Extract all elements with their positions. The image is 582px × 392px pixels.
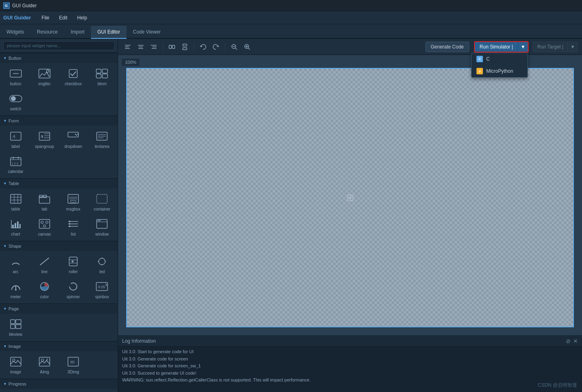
- app-title: GUI Guider: [12, 3, 37, 8]
- widget-dropdown[interactable]: dropdown: [59, 127, 87, 152]
- distribute-v-btn[interactable]: [179, 41, 190, 53]
- canvas-area: 100% ⊞: [118, 55, 582, 335]
- widget-arc[interactable]: arc: [2, 253, 30, 277]
- widget-tab[interactable]: tab: [30, 190, 58, 214]
- svg-rect-105: [183, 44, 187, 46]
- run-sim-micropython-option[interactable]: μ MicroPython: [472, 65, 527, 77]
- svg-line-111: [248, 48, 250, 50]
- zoom-out-btn[interactable]: [229, 41, 240, 53]
- log-line-3: Uit 3.0: Generate code for screen_sw_1: [122, 362, 578, 370]
- dropdown-icon: [67, 130, 80, 143]
- widget-list[interactable]: list: [59, 215, 87, 239]
- align-center-btn[interactable]: [135, 41, 146, 53]
- widget-bar[interactable]: bar: [2, 390, 30, 392]
- distribute-h-btn[interactable]: [166, 41, 178, 53]
- widget-canvas[interactable]: canvas: [30, 215, 58, 239]
- widget-roller[interactable]: ◉ roller: [59, 253, 87, 277]
- canvas-board[interactable]: ⊞: [126, 68, 574, 327]
- menu-help[interactable]: Help: [73, 13, 91, 22]
- tab-code-viewer[interactable]: Code Viewer: [127, 26, 167, 39]
- widget-led[interactable]: led: [88, 253, 116, 277]
- category-image[interactable]: ▼ Image: [0, 341, 118, 351]
- widget-btnm-label: btnm: [97, 82, 106, 86]
- run-target-dropdown[interactable]: ▼: [568, 42, 578, 52]
- run-target-button[interactable]: Run Target |: [533, 42, 568, 52]
- widget-canvas-label: canvas: [38, 232, 51, 237]
- widget-tab-label: tab: [42, 207, 47, 212]
- widget-tileview[interactable]: tileview: [2, 315, 30, 339]
- widget-aimg[interactable]: A Aimg: [30, 353, 58, 377]
- category-shape[interactable]: ▼ Shape: [0, 241, 118, 251]
- undo-btn[interactable]: [197, 41, 209, 53]
- widget-msgbox[interactable]: msgbox: [59, 190, 87, 214]
- c-lang-icon: C: [476, 56, 483, 62]
- category-table[interactable]: ▼ Table: [0, 178, 118, 188]
- run-simulator-button[interactable]: Run Simulator |: [475, 42, 518, 52]
- widget-switch[interactable]: switch: [2, 90, 30, 114]
- meter-icon: [9, 280, 22, 293]
- category-button[interactable]: ▼ Button: [0, 53, 118, 63]
- align-left-btn[interactable]: [122, 41, 133, 53]
- svg-rect-104: [172, 45, 175, 48]
- category-progress[interactable]: ▼ Progress: [0, 379, 118, 389]
- widget-label-label: label: [11, 144, 20, 149]
- widget-checkbox-label: checkbox: [65, 82, 82, 86]
- menu-edit[interactable]: Edit: [55, 13, 72, 22]
- align-right-btn[interactable]: [148, 41, 159, 53]
- menu-file[interactable]: File: [38, 13, 53, 22]
- category-page[interactable]: ▼ Page: [0, 303, 118, 314]
- zoom-in-btn[interactable]: [241, 41, 253, 53]
- widget-window[interactable]: window: [88, 215, 116, 239]
- widget-spinbox[interactable]: 3:25 spinbox: [88, 278, 116, 302]
- tab-import[interactable]: Import: [64, 26, 91, 39]
- widget-label[interactable]: A label: [2, 127, 30, 152]
- widget-spinner[interactable]: spinner: [59, 278, 87, 302]
- widget-imgbtn[interactable]: imgbtn: [30, 65, 58, 89]
- svg-text:3:25: 3:25: [98, 285, 105, 289]
- menu-logo: GUI Guider: [3, 15, 31, 21]
- category-page-label: Page: [8, 306, 19, 311]
- log-block-btn[interactable]: ⊘: [566, 338, 571, 344]
- switch-icon: [9, 92, 22, 105]
- widget-color[interactable]: color: [30, 278, 58, 302]
- widget-table-label: table: [11, 207, 20, 212]
- tab-resource[interactable]: Resource: [30, 26, 64, 39]
- widget-line[interactable]: line: [30, 253, 58, 277]
- widget-slider[interactable]: slider: [30, 390, 58, 392]
- btnm-icon: [95, 67, 108, 80]
- table-icon: [9, 192, 22, 205]
- log-panel: Log Information ⊘ ✕ Uit 3.0: Start to ge…: [118, 335, 582, 392]
- widget-button[interactable]: button: [2, 65, 30, 89]
- category-form[interactable]: ▼ Form: [0, 116, 118, 126]
- widget-spangroup[interactable]: A spangroup: [30, 127, 58, 152]
- tab-gui-editor[interactable]: GUI Editor: [91, 26, 127, 39]
- checkbox-icon: [67, 67, 80, 80]
- svg-rect-106: [183, 48, 187, 50]
- log-close-btn[interactable]: ✕: [573, 338, 578, 344]
- generate-code-button[interactable]: Generate Code: [425, 42, 469, 52]
- log-header: Log Information ⊘ ✕: [118, 336, 582, 347]
- redo-btn[interactable]: [210, 41, 222, 53]
- widget-list-label: list: [71, 232, 76, 237]
- widget-meter[interactable]: meter: [2, 278, 30, 302]
- widget-btnm[interactable]: btnm: [88, 65, 116, 89]
- run-sim-c-option[interactable]: C C: [472, 53, 527, 65]
- search-input[interactable]: [3, 41, 114, 50]
- widget-image[interactable]: image: [2, 353, 30, 377]
- widget-imgbtn-label: imgbtn: [38, 82, 51, 86]
- svg-rect-48: [19, 224, 21, 228]
- widget-checkbox[interactable]: checkbox: [59, 65, 87, 89]
- widget-calendar[interactable]: 1 2 3 calendar: [2, 152, 30, 177]
- arrow-page-icon: ▼: [3, 307, 7, 311]
- widget-chart[interactable]: chart: [2, 215, 30, 239]
- svg-point-57: [69, 223, 70, 225]
- widget-textarea[interactable]: textarea: [88, 127, 116, 152]
- widget-3dimg[interactable]: 3D 3Dimg: [59, 353, 87, 377]
- arrow-progress-icon: ▼: [3, 382, 7, 386]
- window-icon: [95, 217, 108, 230]
- color-icon: [38, 280, 51, 293]
- run-simulator-dropdown[interactable]: ▼: [518, 42, 528, 52]
- widget-table[interactable]: table: [2, 190, 30, 214]
- widget-container[interactable]: container: [88, 190, 116, 214]
- tab-widgets[interactable]: Widgets: [0, 26, 30, 39]
